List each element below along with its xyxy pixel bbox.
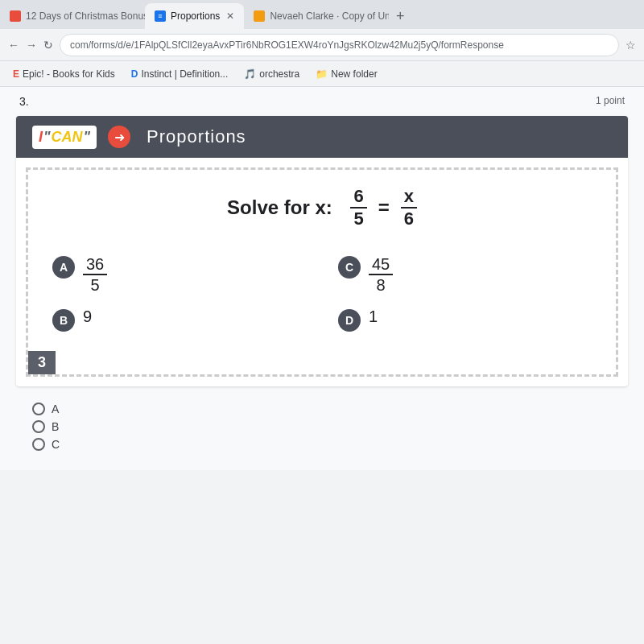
answer-d: D 1 (338, 308, 592, 332)
radio-a-circle[interactable] (32, 402, 45, 415)
tab-icon-nevaeh (254, 10, 265, 22)
address-input[interactable] (60, 34, 619, 56)
new-tab-button[interactable]: + (389, 5, 411, 27)
answer-c: C 45 8 (338, 254, 592, 295)
fraction2-numerator: x (401, 186, 417, 208)
radio-option-c[interactable]: C (32, 438, 612, 451)
bookmark-epic-icon: E (13, 68, 19, 80)
back-button[interactable]: ← (8, 39, 19, 52)
bookmark-epic[interactable]: E Epic! - Books for Kids (8, 67, 120, 81)
tab-icon-christmas (10, 10, 21, 22)
bookmark-newfolder[interactable]: 📁 New folder (311, 67, 382, 81)
fraction1-numerator: 6 (350, 186, 366, 208)
arrow-circle: ➜ (108, 126, 130, 148)
radio-a-label: A (52, 402, 59, 415)
fraction1-denominator: 5 (350, 208, 366, 229)
tab-label-nevaeh: Nevaeh Clarke · Copy of Unit R... (270, 10, 389, 22)
tab-label-christmas: 12 Days of Christmas Bonus D... (26, 10, 145, 22)
answer-b: B 9 (52, 308, 306, 332)
answer-b-val: 9 (83, 308, 92, 325)
browser-chrome: 12 Days of Christmas Bonus D... ✕ ≡ Prop… (0, 0, 644, 87)
answer-value-a: 36 5 (83, 254, 107, 295)
tab-proportions[interactable]: ≡ Proportions ✕ (145, 3, 244, 29)
bookmark-orchestra-label: orchestra (259, 68, 299, 80)
bookmark-newfolder-label: New folder (331, 68, 377, 80)
i-can-badge: I " CAN " (32, 126, 97, 149)
question-number: 3. (19, 95, 29, 108)
bookmark-instinct[interactable]: D Instinct | Definition... (126, 67, 233, 81)
bookmark-folder-icon: 📁 (316, 68, 328, 80)
bookmark-epic-label: Epic! - Books for Kids (23, 68, 115, 80)
question-card: I " CAN " ➜ Proportions Solve for x: 6 5… (16, 116, 628, 386)
answer-c-den: 8 (374, 275, 389, 295)
card-body: Solve for x: 6 5 = x 6 A (26, 167, 618, 377)
card-header: I " CAN " ➜ Proportions (16, 116, 628, 158)
answer-value-c: 45 8 (369, 254, 393, 295)
answer-value-b: 9 (83, 308, 92, 326)
refresh-button[interactable]: ↻ (43, 39, 53, 52)
bookmark-orchestra-icon: 🎵 (244, 68, 256, 80)
answer-badge-a: A (52, 256, 75, 279)
tab-christmas[interactable]: 12 Days of Christmas Bonus D... ✕ (0, 3, 145, 29)
tab-icon-proportions: ≡ (155, 10, 166, 22)
answer-badge-b: B (52, 309, 75, 332)
tab-bar: 12 Days of Christmas Bonus D... ✕ ≡ Prop… (0, 0, 644, 29)
radio-option-b[interactable]: B (32, 420, 612, 433)
card-title: Proportions (147, 126, 246, 147)
page-content: 3. 1 point I " CAN " ➜ Proportions Solve… (0, 87, 644, 470)
answer-a-den: 5 (88, 275, 103, 295)
bookmarks-bar: E Epic! - Books for Kids D Instinct | De… (0, 61, 644, 87)
quote-open: " (43, 129, 51, 146)
bookmark-instinct-icon: D (131, 68, 138, 80)
can-text: CAN (52, 129, 83, 146)
radio-option-a[interactable]: A (32, 402, 612, 415)
radio-c-circle[interactable] (32, 438, 45, 451)
answer-badge-c: C (338, 256, 361, 279)
answer-d-val: 1 (369, 308, 378, 325)
corner-number: 3 (28, 351, 56, 374)
forward-button[interactable]: → (26, 39, 37, 52)
address-bar: ← → ↻ ☆ (0, 29, 644, 61)
answer-choices: A 36 5 C 45 8 (52, 254, 592, 332)
fraction-1: 6 5 (350, 186, 366, 230)
quote-close: " (84, 129, 91, 146)
bookmark-instinct-label: Instinct | Definition... (141, 68, 228, 80)
answer-c-num: 45 (369, 254, 393, 275)
equals-sign: = (378, 196, 390, 219)
answer-a-num: 36 (83, 254, 107, 275)
question-points: 1 point (596, 95, 625, 106)
answer-badge-d: D (338, 309, 361, 332)
fraction-2: x 6 (401, 186, 417, 230)
i-letter: I (39, 129, 43, 146)
radio-b-circle[interactable] (32, 420, 45, 433)
radio-b-label: B (52, 420, 59, 433)
question-header: 3. 1 point (16, 95, 628, 108)
radio-c-label: C (52, 438, 60, 451)
tab-label-proportions: Proportions (171, 10, 220, 22)
solve-text: Solve for x: (227, 196, 332, 219)
answer-value-d: 1 (369, 308, 378, 326)
bookmark-orchestra[interactable]: 🎵 orchestra (239, 67, 304, 81)
fraction2-denominator: 6 (401, 208, 417, 229)
tab-close-proportions[interactable]: ✕ (226, 10, 234, 22)
answer-a: A 36 5 (52, 254, 306, 295)
radio-options: A B C (16, 399, 628, 454)
tab-nevaeh[interactable]: Nevaeh Clarke · Copy of Unit R... ✕ (244, 3, 389, 29)
bookmark-icon[interactable]: ☆ (625, 39, 636, 52)
problem-statement: Solve for x: 6 5 = x 6 (52, 186, 592, 230)
